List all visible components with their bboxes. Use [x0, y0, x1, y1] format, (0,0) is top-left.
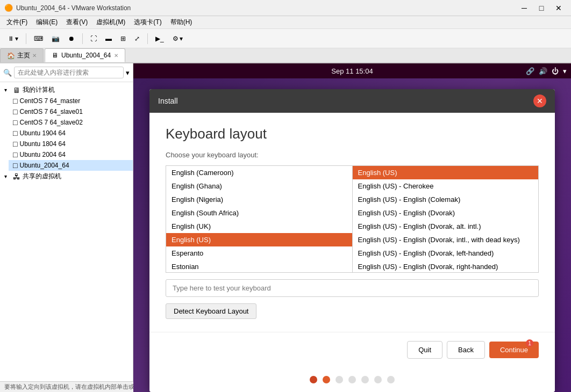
vm-icon: □: [13, 161, 17, 170]
window-title: Ubuntu_2004_64 - VMware Workstation: [16, 4, 516, 12]
tab-ubuntu-close-icon[interactable]: ✕: [114, 53, 118, 59]
send-ctrl-alt-del-button[interactable]: ⌨: [31, 31, 46, 46]
screenshot-button[interactable]: 📷: [48, 31, 63, 46]
tree-my-computer[interactable]: ▾ 🖥 我的计算机: [0, 84, 133, 96]
sidebar-item-centos-slave01[interactable]: □ CentOS 7 64_slave01: [9, 106, 133, 117]
sidebar: 🔍 ▾ ▾ 🖥 我的计算机 □ CentOS 7 64_master □ Cen…: [0, 63, 133, 381]
tree-shared-vms[interactable]: ▾ 🖧 共享的虚拟机: [0, 171, 133, 182]
dropdown-icon[interactable]: ▾: [126, 69, 130, 77]
menu-vm[interactable]: 虚拟机(M): [92, 17, 130, 28]
stretch-icon: ⤢: [134, 35, 140, 42]
unity-button[interactable]: ▬: [102, 31, 115, 46]
progress-dot-1: [310, 376, 317, 383]
menu-help[interactable]: 帮助(H): [166, 17, 197, 28]
toolbar-separator-3: [147, 33, 148, 44]
notification-badge: 1: [526, 339, 533, 347]
fullscreen-icon: ⛶: [90, 35, 97, 42]
right-item-dvorak-alt[interactable]: English (US) - English (Dvorak, alt. int…: [353, 220, 539, 233]
detect-keyboard-button[interactable]: Detect Keyboard Layout: [166, 303, 256, 319]
tab-close-icon[interactable]: ✕: [32, 53, 37, 59]
install-dialog: Install ✕ Keyboard layout Choose your ke…: [149, 89, 555, 392]
sidebar-item-ubuntu-2004-64[interactable]: □ Ubuntu_2004_64: [9, 160, 133, 171]
menu-file[interactable]: 文件(F): [2, 17, 32, 28]
right-item-dvorak[interactable]: English (US) - English (Dvorak): [353, 206, 539, 220]
search-input[interactable]: [14, 67, 124, 78]
right-item-us[interactable]: English (US): [353, 166, 539, 179]
left-item-cameroon[interactable]: English (Cameroon): [166, 166, 352, 179]
quit-button[interactable]: Quit: [407, 341, 442, 359]
power-button[interactable]: ⏸▾: [4, 31, 22, 46]
progress-dot-4: [348, 376, 356, 383]
shared-icon: 🖧: [13, 172, 20, 181]
tab-ubuntu-label: Ubuntu_2004_64: [61, 52, 111, 59]
close-button[interactable]: ✕: [551, 3, 567, 13]
layout-list-right[interactable]: English (US) English (US) - Cherokee Eng…: [353, 166, 539, 272]
toolbar-separator-1: [26, 33, 26, 44]
back-button[interactable]: Back: [447, 341, 485, 359]
record-button[interactable]: ⏺: [65, 31, 78, 46]
left-item-ghana[interactable]: English (Ghana): [166, 179, 352, 193]
left-item-nigeria[interactable]: English (Nigeria): [166, 193, 352, 206]
left-item-south-africa[interactable]: English (South Africa): [166, 206, 352, 220]
fullscreen-button[interactable]: ⛶: [87, 31, 100, 46]
power-icon: ⏻: [552, 67, 559, 75]
maximize-button[interactable]: □: [533, 3, 549, 13]
left-item-us[interactable]: English (US): [166, 233, 352, 246]
app-icon: 🟠: [4, 4, 13, 12]
sidebar-search-bar: 🔍 ▾: [0, 63, 133, 82]
minimize-button[interactable]: ─: [516, 3, 532, 13]
right-item-dvorak-left[interactable]: English (US) - English (Dvorak, left-han…: [353, 246, 539, 260]
right-item-cherokee[interactable]: English (US) - Cherokee: [353, 179, 539, 193]
screenshot-icon: 📷: [52, 35, 60, 42]
layout-lists: English (Cameroon) English (Ghana) Engli…: [166, 165, 539, 273]
install-footer: Quit Back Continue 1: [149, 332, 555, 367]
console-icon: ▶_: [155, 35, 164, 42]
keyboard-icon: ⌨: [34, 35, 43, 42]
menu-tab[interactable]: 选项卡(T): [130, 17, 166, 28]
left-item-estonian[interactable]: Estonian: [166, 260, 352, 272]
zoom-button[interactable]: ⊞: [117, 31, 129, 46]
title-bar: 🟠 Ubuntu_2004_64 - VMware Workstation ─ …: [0, 0, 571, 16]
menu-view[interactable]: 查看(V): [62, 17, 92, 28]
left-item-esperanto[interactable]: Esperanto: [166, 246, 352, 260]
menu-edit[interactable]: 编辑(E): [32, 17, 62, 28]
computer-icon: 🖥: [13, 86, 20, 95]
vm-display-area[interactable]: Sep 11 15:04 🔗 🔊 ⏻ ▾ Install ✕ Keyboard …: [133, 63, 571, 381]
home-icon: 🏠: [7, 52, 15, 60]
progress-dot-6: [374, 376, 382, 383]
window-controls: ─ □ ✕: [516, 3, 567, 13]
keyboard-test-input[interactable]: [166, 279, 539, 297]
toolbar: ⏸▾ ⌨ 📷 ⏺ ⛶ ▬ ⊞ ⤢ ▶_ ⚙▾: [0, 29, 571, 48]
volume-icon: 🔊: [539, 67, 547, 75]
stretch-button[interactable]: ⤢: [131, 31, 143, 46]
right-item-colemak[interactable]: English (US) - English (Colemak): [353, 193, 539, 206]
console-button[interactable]: ▶_: [152, 31, 167, 46]
tree-toggle-icon: ▾: [4, 87, 11, 93]
tab-ubuntu[interactable]: 🖥 Ubuntu_2004_64 ✕: [45, 48, 125, 62]
vm-icon: □: [13, 129, 17, 137]
left-item-uk[interactable]: English (UK): [166, 220, 352, 233]
continue-button[interactable]: Continue 1: [489, 342, 539, 358]
tab-home[interactable]: 🏠 主页 ✕: [0, 48, 44, 62]
install-close-button[interactable]: ✕: [533, 95, 546, 107]
progress-dot-5: [361, 376, 369, 383]
layout-list-left[interactable]: English (Cameroon) English (Ghana) Engli…: [166, 166, 353, 272]
sidebar-item-centos-slave02[interactable]: □ CentOS 7 64_slave02: [9, 117, 133, 128]
sidebar-item-ubuntu-2004[interactable]: □ Ubuntu 2004 64: [9, 149, 133, 160]
vm-icon: □: [13, 140, 17, 148]
progress-dot-3: [336, 376, 343, 383]
right-item-dvorak-right[interactable]: English (US) - English (Dvorak, right-ha…: [353, 260, 539, 272]
ubuntu-datetime: Sep 11 15:04: [331, 67, 373, 75]
settings-button[interactable]: ⚙▾: [169, 31, 186, 46]
install-content: Keyboard layout Choose your keyboard lay…: [149, 113, 555, 332]
sidebar-item-ubuntu-1904[interactable]: □ Ubuntu 1904 64: [9, 128, 133, 139]
right-item-dvorak-intl[interactable]: English (US) - English (Dvorak, intl., w…: [353, 233, 539, 246]
sidebar-item-ubuntu-1804[interactable]: □ Ubuntu 1804 64: [9, 139, 133, 149]
settings-icon: ⚙: [173, 35, 179, 42]
install-subtitle: Choose your keyboard layout:: [166, 151, 539, 159]
my-computer-label: 我的计算机: [23, 85, 55, 95]
sidebar-item-centos-master[interactable]: □ CentOS 7 64_master: [9, 96, 133, 106]
record-icon: ⏺: [68, 35, 75, 42]
toolbar-separator-2: [82, 33, 83, 44]
progress-indicator: [149, 367, 555, 392]
